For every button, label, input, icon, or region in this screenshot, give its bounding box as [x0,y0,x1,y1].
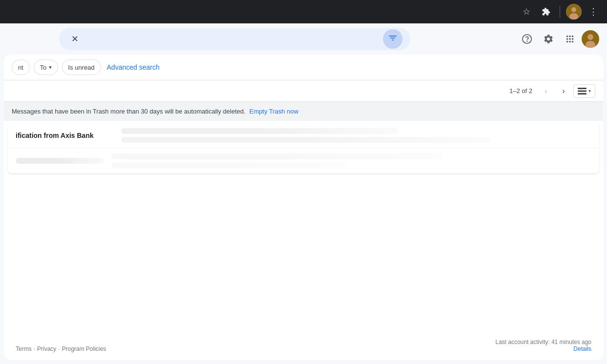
chrome-user-avatar[interactable] [566,4,582,19]
user-avatar[interactable] [582,30,599,48]
details-link[interactable]: Details [495,345,591,352]
pagination-prev-button[interactable]: ‹ [538,83,554,99]
list-toolbar: 1–2 of 2 ‹ › ▾ [4,80,603,102]
bookmark-star-icon[interactable]: ☆ [519,4,534,19]
close-icon: ✕ [71,34,79,44]
email-item-2[interactable] [8,148,599,173]
svg-point-1 [571,7,576,12]
pagination-info: 1–2 of 2 [509,87,532,95]
email-item[interactable]: ification from Axis Bank [8,123,599,148]
footer: Terms · Privacy · Program Policies Last … [4,331,603,360]
svg-point-6 [587,34,593,40]
chevron-right-icon: › [562,87,565,96]
skeleton-line-1 [121,128,399,134]
email-snippet-area [121,128,584,143]
view-selector-button[interactable]: ▾ [573,84,595,98]
program-policies-link[interactable]: Program Policies [62,345,106,352]
chevron-left-icon: ‹ [545,87,547,96]
skeleton-wrapper-2 [111,153,584,168]
settings-button[interactable] [539,29,558,49]
pagination-next-button[interactable]: › [556,83,571,99]
email-card-row: ification from Axis Bank [8,123,599,173]
advanced-search-link[interactable]: Advanced search [107,63,160,71]
trash-notice-text: Messages that have been in Trash more th… [12,108,245,115]
skeleton-line-2 [121,137,491,143]
view-dropdown-arrow: ▾ [588,88,591,94]
footer-activity: Last account activity: 41 minutes ago De… [495,339,591,352]
footer-links: Terms · Privacy · Program Policies [16,345,106,352]
header-bar: ✕ [0,23,607,55]
terms-link[interactable]: Terms [16,345,32,352]
gmail-container: ✕ [0,23,607,364]
to-chip[interactable]: To ▾ [34,59,58,75]
partial-chip[interactable]: nt [12,59,30,75]
partial-chip-label: nt [18,64,23,71]
search-close-button[interactable]: ✕ [67,31,82,47]
chrome-topbar: ☆ ⋮ [0,0,607,23]
search-bar: ✕ [59,28,410,50]
svg-point-4 [527,41,527,41]
apps-button[interactable] [560,29,580,49]
header-right-icons [517,29,599,49]
is-unread-chip-label: Is unread [68,64,95,71]
chrome-more-icon[interactable]: ⋮ [586,4,601,19]
skeleton-sender-2 [16,158,103,164]
email-list: ification from Axis Bank [4,121,603,331]
filter-icon [388,33,398,45]
svg-rect-10 [578,93,587,95]
skeleton-line-4 [111,162,347,168]
svg-rect-8 [578,88,587,89]
skeleton-line-3 [111,153,442,159]
email-snippet-area-2 [111,153,584,168]
last-activity-text: Last account activity: 41 minutes ago [495,339,591,345]
to-chip-label: To [40,64,47,71]
is-unread-chip[interactable]: Is unread [62,59,101,75]
trash-notice: Messages that have been in Trash more th… [4,102,603,121]
email-sender: ification from Axis Bank [16,132,113,139]
content-area: nt To ▾ Is unread Advanced search 1–2 of… [4,55,603,360]
privacy-link[interactable]: Privacy [37,345,56,352]
extension-icon[interactable] [538,4,554,19]
to-chip-arrow: ▾ [49,64,52,71]
help-button[interactable] [517,29,537,49]
search-filter-button[interactable] [383,29,403,49]
filter-chips-bar: nt To ▾ Is unread Advanced search [4,55,603,80]
skeleton-wrapper [121,128,584,143]
svg-rect-9 [578,90,587,92]
empty-trash-link[interactable]: Empty Trash now [249,108,298,115]
chrome-separator [560,6,560,18]
